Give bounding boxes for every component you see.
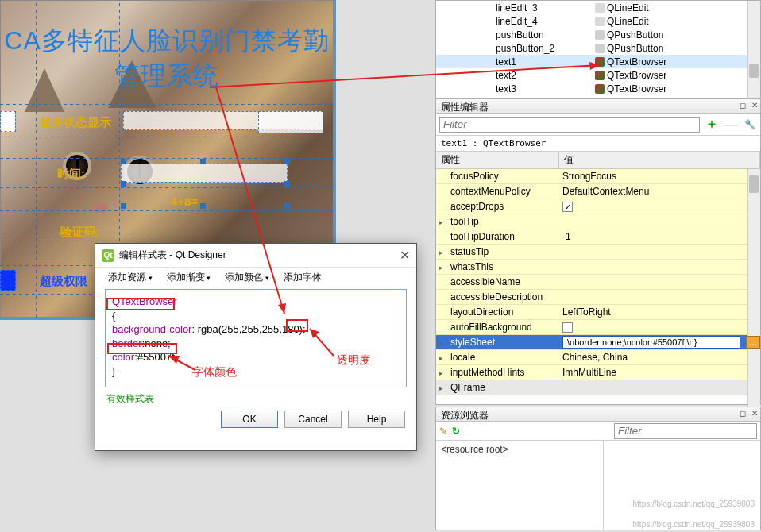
add-gradient-menu[interactable]: 添加渐变 bbox=[167, 271, 211, 284]
ok-button[interactable]: OK bbox=[221, 411, 278, 428]
cancel-button[interactable]: Cancel bbox=[284, 411, 342, 428]
blue-square[interactable] bbox=[0, 270, 16, 291]
object-inspector: lineEdit_3QLineEditlineEdit_4QLineEditpu… bbox=[435, 0, 761, 98]
scrollbar-vertical[interactable] bbox=[747, 1, 760, 98]
scrollbar-vertical[interactable] bbox=[747, 169, 760, 407]
anno-box-color bbox=[107, 343, 177, 354]
resource-browser: 资源浏览器 ◻ ✕ ✎ ↻ <resource root> bbox=[435, 407, 761, 530]
remove-icon[interactable]: — bbox=[724, 118, 738, 132]
property-row[interactable]: focusPolicyStrongFocus bbox=[436, 169, 760, 184]
property-editor: 属性编辑器 ◻ ✕ ＋ — 🔧 text1 : QTextBrowser 属性值… bbox=[435, 98, 761, 405]
anno-box-alpha bbox=[286, 319, 308, 332]
property-row[interactable]: ▸toolTip bbox=[436, 214, 760, 229]
property-row[interactable]: contextMenuPolicyDefaultContextMenu bbox=[436, 184, 760, 199]
super-label: 超级权限 bbox=[40, 274, 87, 289]
add-resource-menu[interactable]: 添加资源 bbox=[108, 271, 153, 284]
resource-preview bbox=[604, 441, 761, 530]
dialog-status: 有效样式表 bbox=[95, 387, 416, 411]
add-color-menu[interactable]: 添加颜色 bbox=[225, 271, 269, 284]
inspector-row[interactable]: text2QTextBrowser bbox=[436, 68, 760, 82]
time-field[interactable] bbox=[121, 164, 288, 183]
app-title: CA多特征人脸识别门禁考勤管理系统 bbox=[0, 24, 334, 94]
close-icon[interactable]: ✕ bbox=[751, 101, 758, 110]
res-filter-input[interactable] bbox=[614, 423, 757, 439]
property-row[interactable]: ▸QFrame bbox=[436, 380, 760, 395]
property-row[interactable]: ▸whatsThis bbox=[436, 260, 760, 275]
login-status-label: 登录状态显示 bbox=[40, 115, 111, 130]
property-row[interactable]: autoFillBackground bbox=[436, 320, 760, 335]
add-icon[interactable]: ＋ bbox=[705, 118, 719, 132]
inspector-row[interactable]: text1QTextBrowser bbox=[436, 55, 760, 68]
verify-label: 验证码: bbox=[60, 225, 100, 240]
watermark: https://blog.csdn.net/qq_25939803 bbox=[633, 520, 755, 529]
watermark: https://blog.csdn.net/qq_25939803 bbox=[633, 499, 755, 508]
edit-icon[interactable]: ✎ bbox=[439, 426, 447, 437]
wrench-icon[interactable]: 🔧 bbox=[743, 118, 757, 132]
property-row[interactable]: accessibleName bbox=[436, 275, 760, 290]
pin-icon[interactable]: ◻ bbox=[740, 101, 746, 110]
inspector-row[interactable]: pushButton_2QPushButton bbox=[436, 41, 760, 55]
dialog-titlebar[interactable]: Qt 编辑样式表 - Qt Designer ✕ bbox=[95, 244, 416, 268]
close-icon[interactable]: ✕ bbox=[400, 248, 410, 263]
close-icon[interactable]: ✕ bbox=[751, 409, 758, 418]
equation-label: 4+8= bbox=[171, 195, 198, 208]
inspector-row[interactable]: pushButtonQPushButton bbox=[436, 28, 760, 41]
anno-opacity: 透明度 bbox=[337, 353, 370, 368]
anno-box-selector bbox=[106, 298, 175, 310]
anno-fontcolor: 字体颜色 bbox=[192, 365, 237, 380]
add-font-menu[interactable]: 添加字体 bbox=[284, 271, 322, 284]
resource-tree[interactable]: <resource root> bbox=[436, 441, 604, 530]
time-label: 时间: bbox=[57, 167, 85, 182]
combo-field[interactable] bbox=[0, 111, 16, 132]
property-row[interactable]: ▸localeChinese, China bbox=[436, 350, 760, 365]
status-field-2[interactable] bbox=[258, 111, 323, 133]
property-row[interactable]: ▸styleSheet... bbox=[436, 335, 760, 350]
res-title: 资源浏览器 ◻ ✕ bbox=[436, 407, 760, 422]
property-row[interactable]: layoutDirectionLeftToRight bbox=[436, 305, 760, 320]
property-row[interactable]: ▸inputMethodHintsImhMultiLine bbox=[436, 365, 760, 380]
prop-header: 属性值 bbox=[436, 152, 760, 169]
pin-icon[interactable]: ◻ bbox=[740, 409, 746, 418]
help-button[interactable]: Help bbox=[348, 411, 405, 428]
filter-input[interactable] bbox=[439, 117, 700, 133]
dialog-menu: 添加资源 添加渐变 添加颜色 添加字体 bbox=[95, 268, 416, 289]
qt-icon: Qt bbox=[102, 249, 114, 262]
property-row[interactable]: ▸statusTip bbox=[436, 245, 760, 260]
dialog-title: 编辑样式表 - Qt Designer bbox=[119, 249, 226, 262]
refresh-icon[interactable]: ↻ bbox=[452, 426, 460, 437]
inspector-row[interactable]: text3QTextBrowser bbox=[436, 82, 760, 95]
property-row[interactable]: acceptDrops bbox=[436, 199, 760, 214]
inspector-row[interactable]: lineEdit_4QLineEdit bbox=[436, 14, 760, 28]
property-row[interactable]: toolTipDuration-1 bbox=[436, 229, 760, 245]
inspector-row[interactable]: lineEdit_3QLineEdit bbox=[436, 1, 760, 14]
props-title: 属性编辑器 ◻ ✕ bbox=[436, 99, 760, 114]
more-button[interactable]: ... bbox=[746, 336, 760, 349]
selected-object: text1 : QTextBrowser bbox=[436, 136, 760, 152]
property-row[interactable]: accessibleDescription bbox=[436, 290, 760, 305]
